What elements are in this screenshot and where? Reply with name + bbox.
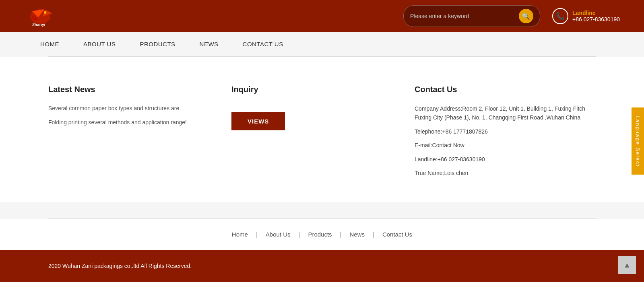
- contact-email[interactable]: E-mail:Contact Now: [415, 141, 596, 150]
- contact-title: Contact Us: [415, 85, 596, 94]
- search-input[interactable]: [410, 13, 516, 19]
- landline-number: +86 027-83630190: [572, 16, 620, 23]
- nav-home[interactable]: HOME: [40, 41, 59, 47]
- latest-news-column: Latest News Several common paper box typ…: [48, 85, 199, 182]
- svg-text:Zhanyi: Zhanyi: [32, 23, 45, 27]
- nav-about[interactable]: ABOUT US: [83, 41, 116, 47]
- main-content: Latest News Several common paper box typ…: [0, 57, 644, 202]
- logo[interactable]: Zhanyi: [24, 5, 56, 27]
- back-to-top-icon: ▲: [623, 261, 631, 270]
- phone-icon: 📞: [552, 8, 568, 24]
- landline-text: Landline +86 027-83630190: [572, 10, 620, 23]
- nav-products[interactable]: PRODUCTS: [140, 41, 175, 47]
- inquiry-title: Inquiry: [231, 85, 382, 94]
- search-button[interactable]: 🔍: [519, 9, 533, 23]
- news-item-2[interactable]: Folding printing several methods and app…: [48, 118, 199, 127]
- contact-telephone: Telephone:+86 17771807826: [415, 127, 596, 136]
- landline-label: Landline: [572, 10, 620, 16]
- nav-contact[interactable]: CONTACT US: [243, 41, 283, 47]
- svg-point-4: [44, 11, 46, 14]
- contact-truename: True Name:Lois chen: [415, 169, 596, 177]
- landline-section: 📞 Landline +86 027-83630190: [552, 8, 620, 24]
- header-right: 🔍 📞 Landline +86 027-83630190: [403, 5, 620, 27]
- contact-column: Contact Us Company Address:Room 2, Floor…: [415, 85, 596, 182]
- search-bar[interactable]: 🔍: [403, 5, 540, 27]
- footer-products[interactable]: Products: [300, 231, 340, 238]
- footer-links: Home | About Us | Products | News | Cont…: [0, 219, 644, 250]
- nav-bar: HOME ABOUT US PRODUCTS NEWS CONTACT US: [0, 32, 644, 56]
- inquiry-column: Inquiry VIEWS: [231, 85, 382, 182]
- language-sidebar[interactable]: Language Select: [632, 107, 644, 175]
- copyright-bar: 2020 Wuhan Zani packagings co,.ltd All R…: [0, 250, 644, 282]
- copyright-text: 2020 Wuhan Zani packagings co,.ltd All R…: [48, 263, 192, 269]
- back-to-top-button[interactable]: ▲: [618, 256, 636, 274]
- footer-news[interactable]: News: [342, 231, 373, 238]
- three-columns: Latest News Several common paper box typ…: [48, 85, 596, 182]
- nav-news[interactable]: NEWS: [200, 41, 219, 47]
- news-item-1[interactable]: Several common paper box types and struc…: [48, 104, 199, 113]
- header: Zhanyi 🔍 📞 Landline +86 027-83630190: [0, 0, 644, 32]
- contact-landline: Landline:+86 027-83630190: [415, 155, 596, 164]
- language-sidebar-text: Language Select: [635, 115, 641, 167]
- views-button[interactable]: VIEWS: [231, 112, 285, 130]
- footer-home[interactable]: Home: [224, 231, 256, 238]
- latest-news-title: Latest News: [48, 85, 199, 94]
- footer-about[interactable]: About Us: [258, 231, 299, 238]
- contact-address: Company Address:Room 2, Floor 12, Unit 1…: [415, 104, 596, 122]
- footer-contact[interactable]: Contact Us: [374, 231, 420, 238]
